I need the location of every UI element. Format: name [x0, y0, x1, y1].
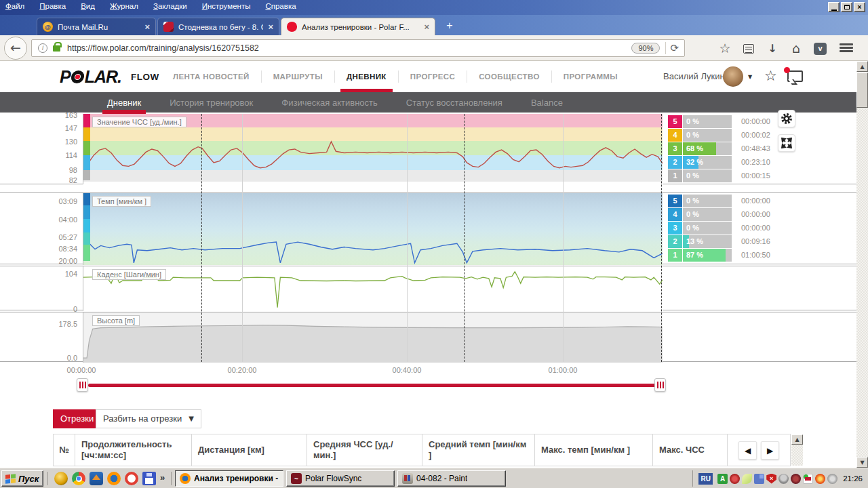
- back-button[interactable]: ←: [4, 37, 27, 60]
- table-scroll-up-icon[interactable]: ▲: [791, 434, 803, 445]
- menu-view[interactable]: Вид: [81, 2, 95, 10]
- nav-programs[interactable]: ПРОГРАММЫ: [551, 70, 629, 83]
- zone-bar: 87 %: [683, 249, 732, 262]
- minimize-button[interactable]: [828, 2, 840, 12]
- reload-button[interactable]: ⟳: [670, 42, 679, 54]
- quicklaunch-firefox-icon[interactable]: [107, 472, 121, 485]
- tab-close-icon[interactable]: ×: [268, 22, 273, 32]
- pace-zone-row-2: 2 13 % 00:09:16: [668, 235, 770, 248]
- task-button-paint[interactable]: 04-082 - Paint: [397, 470, 506, 487]
- scrollbar-thumb[interactable]: [856, 73, 868, 108]
- zone-time: 00:09:16: [741, 235, 770, 248]
- col-avg-pace: Средний темп [мин/км ]: [422, 434, 535, 466]
- altitude-chart[interactable]: 178.5 0.0 Высота [m]: [0, 312, 857, 362]
- menu-history[interactable]: Журнал: [110, 2, 138, 10]
- chart-fullscreen-button[interactable]: [778, 134, 795, 152]
- range-slider-track[interactable]: [88, 384, 658, 387]
- subnav-balance[interactable]: Balance: [531, 98, 563, 108]
- polar-logo[interactable]: P LAR.: [60, 67, 121, 87]
- xtick-40: 00:40:00: [380, 366, 434, 374]
- range-slider-handle-left[interactable]: [77, 378, 88, 392]
- tray-webcam-icon[interactable]: [778, 474, 789, 484]
- cadence-chart[interactable]: 104 0 Каденс [Шаги/мин]: [0, 266, 857, 310]
- cadence-plot-area[interactable]: Каденс [Шаги/мин]: [83, 266, 663, 311]
- quicklaunch-overflow-chevron[interactable]: »: [160, 472, 165, 483]
- tab-mail-ru[interactable]: @ Почта Mail.Ru ×: [37, 18, 156, 35]
- segments-button[interactable]: Отрезки: [53, 409, 101, 428]
- menu-bookmarks[interactable]: Закладки: [153, 2, 187, 10]
- col-avg-hr: Средняя ЧСС [уд./мин.]: [307, 434, 422, 466]
- quicklaunch-opera-icon[interactable]: [125, 472, 138, 485]
- nav-community[interactable]: СООБЩЕСТВО: [467, 70, 551, 83]
- tray-red-star-icon[interactable]: [730, 474, 740, 484]
- tray-orange-ring-icon[interactable]: [815, 474, 825, 484]
- url-text[interactable]: https://flow.polar.com/training/analysis…: [67, 43, 631, 53]
- downloads-icon[interactable]: ↓: [765, 41, 780, 56]
- nav-routes[interactable]: МАРШРУТЫ: [261, 70, 334, 83]
- favorites-star-icon[interactable]: ☆: [764, 68, 777, 84]
- new-tab-button[interactable]: +: [441, 19, 458, 34]
- url-bar[interactable]: i https://flow.polar.com/training/analys…: [31, 39, 685, 57]
- altitude-ytick: 0.0: [0, 354, 77, 362]
- tray-leaf-icon[interactable]: [742, 474, 752, 484]
- scroll-up-icon[interactable]: ▲: [856, 61, 868, 72]
- tab-close-icon[interactable]: ×: [424, 22, 429, 32]
- close-button[interactable]: ×: [854, 2, 865, 12]
- quicklaunch-save-icon[interactable]: [142, 472, 156, 485]
- prev-page-button[interactable]: ◀: [738, 441, 757, 460]
- nav-progress[interactable]: ПРОГРЕСС: [398, 70, 467, 83]
- menu-tools[interactable]: Инструменты: [202, 2, 251, 10]
- page-info-icon[interactable]: i: [38, 43, 47, 53]
- task-button-flowsync[interactable]: ~ Polar FlowSync: [286, 470, 395, 487]
- tray-security-shield-icon[interactable]: ×: [766, 474, 776, 484]
- altitude-plot-area[interactable]: Высота [m]: [83, 312, 663, 363]
- tab-stodnevka[interactable]: Стодневка по бегу - 8. Ста... ×: [157, 18, 279, 35]
- split-into-segments-dropdown[interactable]: Разбить на отрезки ▼: [96, 409, 201, 428]
- user-menu-caret-icon[interactable]: ▼: [748, 74, 752, 80]
- table-scrollbar[interactable]: ▲: [791, 434, 803, 466]
- restore-button[interactable]: [841, 2, 852, 12]
- menu-help[interactable]: Справка: [265, 2, 296, 10]
- browser-scrollbar[interactable]: ▲ ▼: [856, 61, 868, 468]
- quicklaunch-app-icon[interactable]: [54, 472, 68, 485]
- next-page-button[interactable]: ▶: [761, 441, 779, 460]
- nav-feed[interactable]: ЛЕНТА НОВОСТЕЙ: [161, 70, 261, 83]
- subnav-physical-activity[interactable]: Физическая активность: [281, 98, 378, 108]
- subnav-diary[interactable]: Дневник: [107, 98, 141, 108]
- pace-ytick: 05:27: [0, 233, 77, 241]
- avatar[interactable]: [723, 66, 743, 87]
- tray-gray-icon[interactable]: [827, 474, 837, 484]
- zone-number: 3: [668, 142, 682, 155]
- hr-plot-area[interactable]: Значение ЧСС [уд./мин.]: [83, 114, 663, 184]
- nav-diary[interactable]: ДНЕВНИК: [334, 70, 398, 83]
- quicklaunch-chrome-icon[interactable]: [72, 472, 85, 485]
- zone-number: 4: [668, 208, 682, 221]
- quicklaunch-app2-icon[interactable]: [90, 472, 103, 485]
- scroll-down-icon[interactable]: ▼: [856, 457, 868, 468]
- start-button[interactable]: Пуск: [1, 470, 43, 487]
- user-name[interactable]: Василий Лукин: [663, 71, 725, 81]
- language-indicator[interactable]: RU: [698, 473, 713, 485]
- tray-red-disc-icon[interactable]: [791, 474, 801, 484]
- tray-flowsync-icon[interactable]: [803, 474, 813, 484]
- pace-plot-area[interactable]: Темп [мин/км ]: [83, 193, 663, 265]
- bookmarks-menu-icon[interactable]: [743, 44, 754, 54]
- tray-puzzle-icon[interactable]: [754, 474, 764, 484]
- menu-file[interactable]: Файл: [5, 2, 24, 10]
- https-lock-icon[interactable]: [53, 45, 60, 52]
- notifications-icon[interactable]: [787, 70, 803, 82]
- menu-edit[interactable]: Правка: [39, 2, 66, 10]
- tab-polar-analysis[interactable]: Анализ тренировки - Polar F... ×: [281, 18, 435, 35]
- subnav-recovery-status[interactable]: Статус восстановления: [406, 98, 502, 108]
- tray-green-a-icon[interactable]: A: [717, 474, 728, 484]
- zoom-level-badge[interactable]: 90%: [631, 43, 660, 54]
- tab-close-icon[interactable]: ×: [144, 22, 150, 32]
- task-button-firefox[interactable]: Анализ тренировки - ...: [175, 470, 283, 487]
- hamburger-menu-icon[interactable]: [840, 43, 853, 54]
- subnav-training-history[interactable]: История тренировок: [170, 98, 253, 108]
- chart-settings-button[interactable]: [778, 110, 795, 127]
- pocket-icon[interactable]: v: [814, 43, 827, 55]
- range-slider-handle-right[interactable]: [654, 378, 666, 392]
- bookmark-star-icon[interactable]: ☆: [717, 41, 732, 56]
- home-icon[interactable]: ⌂: [789, 41, 804, 56]
